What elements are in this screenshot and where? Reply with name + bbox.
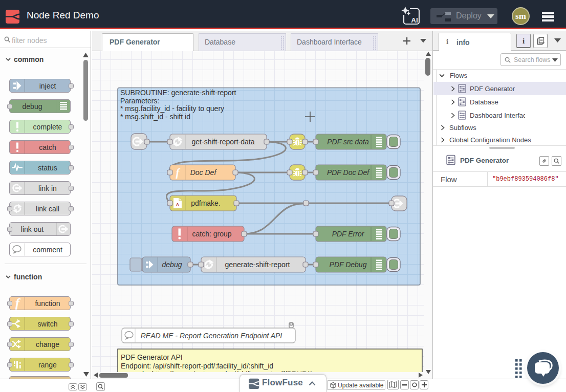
svg-text:* msg.shift_id - shift id: * msg.shift_id - shift id [120, 113, 190, 121]
svg-text:READ ME - Report Generation En: READ ME - Report Generation Endpoint API [141, 332, 282, 340]
svg-text:get-shift-report-data: get-shift-report-data [192, 138, 255, 146]
svg-text:Parameters:: Parameters: [120, 97, 159, 105]
svg-text:debug: debug [162, 260, 182, 269]
svg-text:f: f [15, 297, 21, 310]
svg-text:pdfmake.: pdfmake. [191, 199, 221, 207]
svg-text:Endpoint: /api/shift-report-pd: Endpoint: /api/shift-report-pdf/:facilit… [121, 362, 273, 370]
svg-text:PDF Generator API: PDF Generator API [121, 353, 183, 361]
svg-text:* msg.facility_id - facility t: * msg.facility_id - facility to query [120, 104, 224, 113]
svg-text:generate-shift-report: generate-shift-report [225, 260, 290, 269]
svg-text:PDF Debug: PDF Debug [330, 260, 367, 269]
svg-text:catch: group: catch: group [192, 230, 231, 238]
svg-text:PDF Error: PDF Error [332, 230, 365, 238]
svg-text:A: A [176, 202, 179, 207]
svg-text:SUBROUTINE: generate-shift-rep: SUBROUTINE: generate-shift-report [120, 89, 236, 97]
svg-text:PDF Doc Def: PDF Doc Def [327, 168, 370, 177]
svg-text:Doc Def: Doc Def [190, 168, 217, 177]
svg-text:PDF src data: PDF src data [327, 138, 369, 146]
svg-text:AI: AI [411, 16, 418, 24]
svg-text:example: https://<your-instanc: example: https://<your-instance>/api/shi… [121, 370, 313, 372]
